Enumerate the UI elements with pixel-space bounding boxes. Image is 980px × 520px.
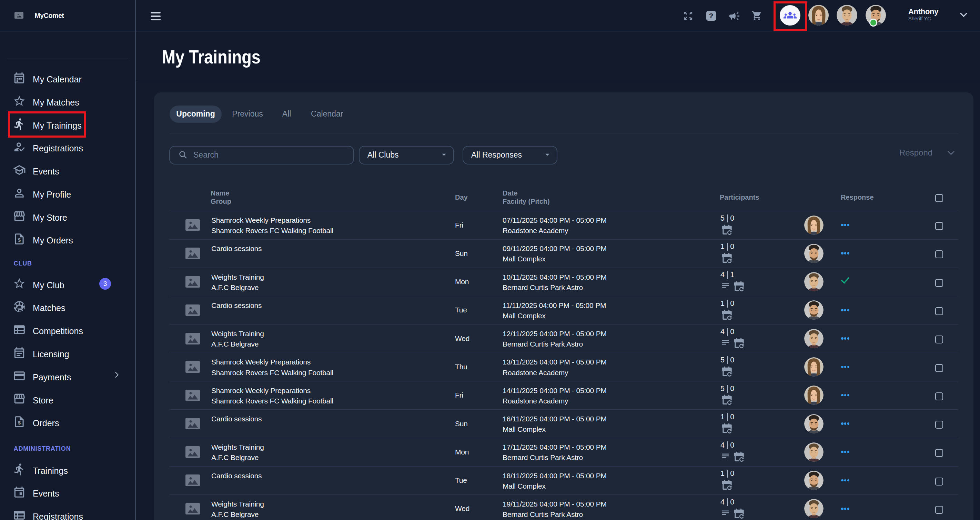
svg-text:$: $ — [18, 237, 21, 243]
svg-text:$: $ — [18, 420, 21, 426]
